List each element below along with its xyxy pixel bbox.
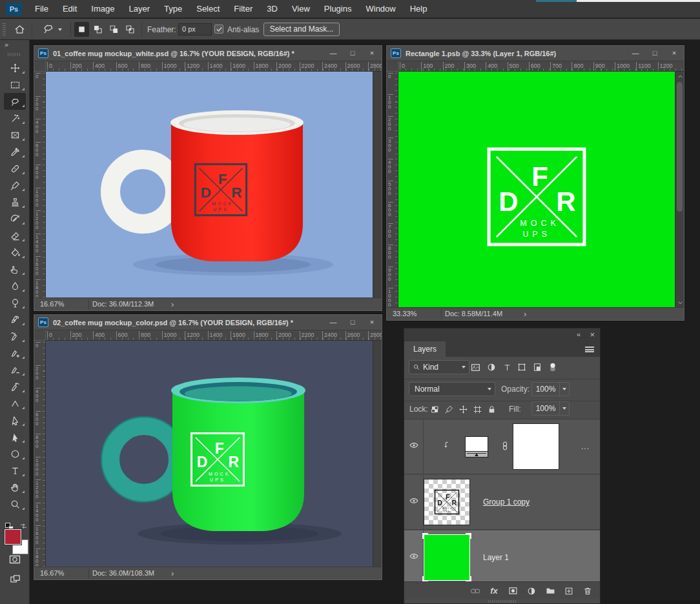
layer-name[interactable]: Layer 1 xyxy=(483,553,509,562)
close-button[interactable]: × xyxy=(664,46,684,61)
panel-resize-grip[interactable] xyxy=(488,600,517,603)
visibility-toggle[interactable] xyxy=(404,475,424,529)
document-window-1[interactable]: Ps 01_coffee mug mockup_white.psd @ 16.7… xyxy=(34,45,382,311)
intersect-selection-mode-button[interactable] xyxy=(123,22,138,37)
blur-tool[interactable] xyxy=(0,277,30,294)
filter-image-icon[interactable] xyxy=(469,360,482,374)
filter-type-icon[interactable] xyxy=(500,360,513,374)
panel-close-icon[interactable]: × xyxy=(590,330,595,339)
hand-tool[interactable] xyxy=(0,479,30,496)
new-selection-mode-button[interactable] xyxy=(74,22,89,37)
history-brush-tool[interactable] xyxy=(0,210,30,227)
lock-all-icon[interactable] xyxy=(486,403,497,415)
add-anchor-tool[interactable] xyxy=(0,345,30,361)
delete-anchor-tool[interactable] xyxy=(0,361,30,378)
lock-transparent-pixels-icon[interactable] xyxy=(429,403,440,415)
brush-tool[interactable] xyxy=(0,177,30,194)
dodge-tool[interactable] xyxy=(0,294,30,311)
canvas-red-mug[interactable]: FDRMOCKUPS xyxy=(46,72,373,299)
magic-wand-tool[interactable] xyxy=(0,110,30,126)
select-and-mask-button[interactable]: Select and Mask... xyxy=(263,23,340,36)
menu-help[interactable]: Help xyxy=(403,0,435,18)
pen-tool[interactable] xyxy=(0,311,30,328)
menu-view[interactable]: View xyxy=(285,0,317,18)
menu-edit[interactable]: Edit xyxy=(56,0,84,18)
lock-artboard-icon[interactable] xyxy=(471,403,483,415)
crop-tool[interactable] xyxy=(0,126,30,143)
minimize-button[interactable]: — xyxy=(324,315,343,330)
add-layer-mask-button[interactable] xyxy=(507,585,519,597)
scrollbar-thumb[interactable] xyxy=(677,82,683,212)
menu-filter[interactable]: Filter xyxy=(227,0,260,18)
minimize-button[interactable]: — xyxy=(324,46,343,61)
document-window-3[interactable]: Ps 02_coffee mug mockup_color.psd @ 16.7… xyxy=(34,314,382,580)
eraser-tool[interactable] xyxy=(0,227,30,244)
quick-mask-button[interactable] xyxy=(5,552,25,567)
add-to-selection-mode-button[interactable] xyxy=(90,22,105,37)
adjustment-layer-thumbnail[interactable] xyxy=(465,436,488,458)
foreground-color-swatch[interactable] xyxy=(5,529,21,545)
document-window-2[interactable]: Ps Rectangle 1.psb @ 33.3% (Layer 1, RGB… xyxy=(386,45,685,321)
freeform-pen-tool[interactable] xyxy=(0,328,30,345)
window-titlebar[interactable]: Ps 02_coffee mug mockup_color.psd @ 16.7… xyxy=(34,315,382,330)
subtract-from-selection-mode-button[interactable] xyxy=(107,22,121,37)
zoom-tool[interactable] xyxy=(0,496,30,512)
ellipse-tool[interactable] xyxy=(0,445,30,462)
toolbar-collapse-button[interactable]: » xyxy=(5,41,9,48)
menu-layer[interactable]: Layer xyxy=(122,0,158,18)
gradient-tool[interactable] xyxy=(0,244,30,261)
maximize-button[interactable]: □ xyxy=(343,315,362,330)
fill-dropdown[interactable]: 100% xyxy=(531,401,570,416)
vertical-scrollbar[interactable] xyxy=(373,341,382,567)
layer-mask-thumbnail[interactable] xyxy=(513,423,559,470)
panel-menu-icon[interactable] xyxy=(585,347,594,352)
filter-toggle-switch[interactable] xyxy=(546,360,559,374)
smart-object-thumbnail[interactable]: FDRMOCKUPS xyxy=(424,479,470,525)
healing-brush-tool[interactable] xyxy=(0,160,30,177)
tab-layers[interactable]: Layers xyxy=(404,341,446,357)
vertical-scrollbar[interactable] xyxy=(373,72,382,297)
scroll-up-arrow[interactable] xyxy=(676,72,684,80)
vertical-scrollbar[interactable] xyxy=(675,72,684,307)
layer-thumbnail[interactable] xyxy=(424,534,470,581)
menu-plugins[interactable]: Plugins xyxy=(317,0,359,18)
maximize-button[interactable]: □ xyxy=(645,46,664,61)
layer-row-layer-1[interactable]: Layer 1 xyxy=(404,530,600,585)
anti-alias-checkbox[interactable] xyxy=(214,25,223,34)
layer-styles-button[interactable]: fx xyxy=(488,585,500,597)
filter-smart-object-icon[interactable] xyxy=(531,360,544,374)
status-expand-arrow[interactable]: › xyxy=(171,569,174,578)
delete-layer-button[interactable] xyxy=(582,585,593,597)
close-button[interactable]: × xyxy=(362,46,382,61)
lock-position-icon[interactable] xyxy=(457,403,469,415)
convert-point-tool[interactable] xyxy=(0,395,30,412)
status-expand-arrow[interactable]: › xyxy=(524,309,526,319)
close-button[interactable]: × xyxy=(362,315,382,330)
type-tool[interactable] xyxy=(0,462,30,479)
filter-adjustment-icon[interactable] xyxy=(485,360,498,374)
layer-name[interactable]: Group 1 copy xyxy=(483,498,530,507)
marquee-tool[interactable] xyxy=(0,76,30,93)
canvas-green-rectangle[interactable]: FDRMOCKUPS xyxy=(398,72,675,308)
move-tool[interactable] xyxy=(0,59,30,76)
filter-shape-icon[interactable] xyxy=(515,360,528,374)
eyedropper-tool[interactable] xyxy=(0,143,30,160)
menu-file[interactable]: File xyxy=(28,0,56,18)
lasso-tool[interactable] xyxy=(0,93,30,110)
zoom-level[interactable]: 33.33% xyxy=(393,310,417,317)
menu-window[interactable]: Window xyxy=(358,0,402,18)
smudge-tool[interactable] xyxy=(0,261,30,277)
lock-image-pixels-icon[interactable] xyxy=(443,403,455,415)
mask-link-icon[interactable] xyxy=(500,441,510,454)
status-expand-arrow[interactable]: › xyxy=(171,299,174,309)
opacity-dropdown[interactable]: 100% xyxy=(531,382,570,396)
new-group-button[interactable] xyxy=(544,585,556,597)
blend-mode-dropdown[interactable]: Normal xyxy=(409,382,495,396)
menu-select[interactable]: Select xyxy=(189,0,227,18)
layer-row-group-1-copy[interactable]: FDRMOCKUPS Group 1 copy xyxy=(404,475,600,530)
layer-row-adjustment[interactable]: ... xyxy=(404,419,600,474)
feather-input[interactable]: 0 px xyxy=(178,23,212,35)
zoom-level[interactable]: 16.67% xyxy=(40,569,64,577)
visibility-toggle[interactable] xyxy=(404,530,424,585)
curvature-pen-tool[interactable] xyxy=(0,378,30,395)
